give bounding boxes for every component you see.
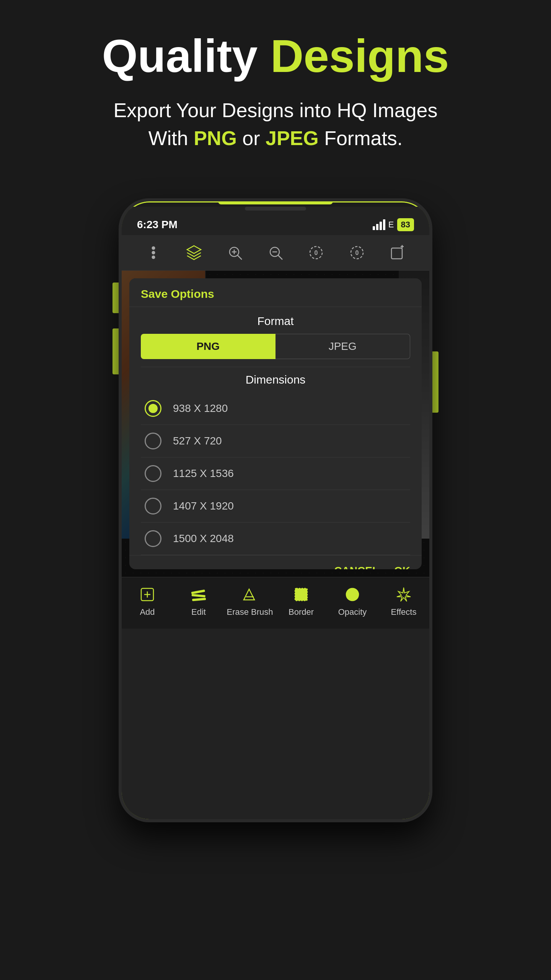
signal-bar-3 — [380, 222, 382, 230]
nav-item-opacity[interactable]: Opacity — [327, 585, 378, 617]
subtitle-post: Formats. — [319, 127, 403, 149]
crop-circle-0-icon[interactable]: 0 — [305, 241, 328, 264]
subtitle-mid: or — [237, 127, 266, 149]
status-icons: E 83 — [373, 218, 414, 231]
format-section-title: Format — [129, 307, 422, 334]
opacity-nav-icon — [344, 585, 361, 604]
subtitle-jpeg: JPEG — [266, 127, 319, 149]
subtitle: Export Your Designs into HQ Images With … — [23, 96, 528, 152]
zoom-out-icon[interactable] — [264, 241, 287, 264]
nav-item-border[interactable]: Border — [276, 585, 327, 617]
svg-text:0: 0 — [355, 250, 359, 256]
radio-empty-1 — [145, 433, 161, 449]
nav-label-opacity: Opacity — [338, 607, 367, 617]
side-button-right — [432, 351, 439, 413]
dimension-text-2: 1125 X 1536 — [173, 467, 234, 480]
border-nav-icon — [293, 585, 310, 604]
svg-rect-22 — [192, 594, 205, 597]
dimension-option-2[interactable]: 1125 X 1536 — [141, 457, 410, 490]
svg-line-9 — [278, 255, 282, 260]
phone-frame: 6:23 PM E 83 — [119, 198, 432, 822]
save-options-dialog: Save Options Format PNG JPEG Dimensions — [129, 278, 422, 569]
signal-bar-2 — [376, 224, 378, 230]
phone-mockup: 6:23 PM E 83 — [119, 198, 432, 822]
side-button-left-mid — [112, 328, 119, 374]
subtitle-line1: Export Your Designs into HQ Images — [114, 99, 438, 121]
side-button-left-top — [112, 283, 119, 313]
battery: 83 — [397, 218, 414, 231]
nav-label-effects: Effects — [391, 607, 417, 617]
nav-label-edit: Edit — [191, 607, 206, 617]
phone-speaker — [245, 207, 306, 211]
svg-marker-24 — [244, 589, 254, 600]
dialog-overlay: Save Options Format PNG JPEG Dimensions — [122, 271, 429, 577]
format-png-button[interactable]: PNG — [141, 334, 276, 359]
svg-point-0 — [152, 247, 155, 249]
header-section: Quality Designs Export Your Designs into… — [0, 0, 551, 175]
dimension-text-0: 938 X 1280 — [173, 402, 228, 415]
radio-empty-2 — [145, 465, 161, 482]
dimension-option-0[interactable]: 938 X 1280 — [141, 392, 410, 425]
nav-item-erase[interactable]: Erase Brush — [224, 585, 276, 617]
format-jpeg-button[interactable]: JPEG — [276, 334, 411, 359]
cancel-button[interactable]: CANCEL — [334, 565, 379, 569]
dimensions-section: Dimensions 938 X 1280 — [129, 367, 422, 555]
dimension-text-4: 1500 X 2048 — [173, 532, 234, 545]
erase-nav-icon — [241, 585, 258, 604]
nav-item-effects[interactable]: Effects — [378, 585, 429, 617]
layers-icon[interactable] — [183, 241, 205, 264]
format-buttons: PNG JPEG — [129, 334, 422, 367]
dimensions-title: Dimensions — [141, 367, 410, 392]
svg-line-5 — [237, 255, 242, 260]
nav-label-border: Border — [289, 607, 314, 617]
radio-inner-0 — [148, 404, 158, 413]
ok-button[interactable]: OK — [394, 565, 410, 569]
status-time: 6:23 PM — [137, 219, 178, 231]
menu-icon[interactable] — [142, 241, 165, 264]
subtitle-png: PNG — [194, 127, 237, 149]
svg-text:0: 0 — [315, 250, 318, 256]
bottom-nav: Add Edit — [122, 577, 429, 629]
battery-container: 83 — [397, 218, 414, 231]
add-layer-icon[interactable] — [386, 241, 409, 264]
edit-nav-icon — [190, 585, 207, 604]
dimension-text-3: 1407 X 1920 — [173, 500, 234, 512]
network-type: E — [388, 220, 394, 230]
svg-rect-15 — [391, 248, 402, 259]
status-bar: 6:23 PM E 83 — [122, 211, 429, 235]
signal-bar-1 — [373, 226, 375, 230]
add-nav-icon — [139, 585, 156, 604]
svg-point-1 — [152, 252, 155, 254]
crop-circle-1-icon[interactable]: 0 — [346, 241, 368, 264]
zoom-in-icon[interactable] — [223, 241, 246, 264]
nav-item-edit[interactable]: Edit — [173, 585, 224, 617]
svg-marker-3 — [187, 246, 201, 253]
dimension-option-3[interactable]: 1407 X 1920 — [141, 490, 410, 523]
signal-bars — [373, 219, 385, 230]
subtitle-pre: With — [148, 127, 194, 149]
canvas-area: ← Save Options Format — [122, 271, 429, 577]
dimension-text-1: 527 X 720 — [173, 435, 222, 447]
radio-outer-0 — [145, 400, 161, 417]
title-white: Quality — [102, 30, 271, 82]
svg-point-2 — [152, 256, 155, 258]
toolbar: 0 0 — [122, 235, 429, 271]
phone-inner: 6:23 PM E 83 — [122, 207, 429, 819]
dialog-actions: CANCEL OK — [129, 555, 422, 569]
svg-rect-23 — [192, 598, 206, 601]
radio-empty-4 — [145, 530, 161, 547]
dialog-title: Save Options — [141, 287, 214, 300]
dialog-header: Save Options — [129, 278, 422, 307]
dimension-option-4[interactable]: 1500 X 2048 — [141, 523, 410, 555]
nav-label-add: Add — [140, 607, 155, 617]
nav-item-add[interactable]: Add — [122, 585, 173, 617]
phone-top-accent — [218, 201, 333, 204]
title-lime: Designs — [271, 30, 449, 82]
nav-label-erase: Erase Brush — [227, 607, 273, 617]
svg-rect-21 — [191, 590, 205, 594]
radio-empty-3 — [145, 498, 161, 514]
effects-nav-icon — [395, 585, 412, 604]
signal-bar-4 — [383, 219, 385, 230]
dimension-option-1[interactable]: 527 X 720 — [141, 425, 410, 457]
svg-rect-26 — [295, 588, 307, 601]
